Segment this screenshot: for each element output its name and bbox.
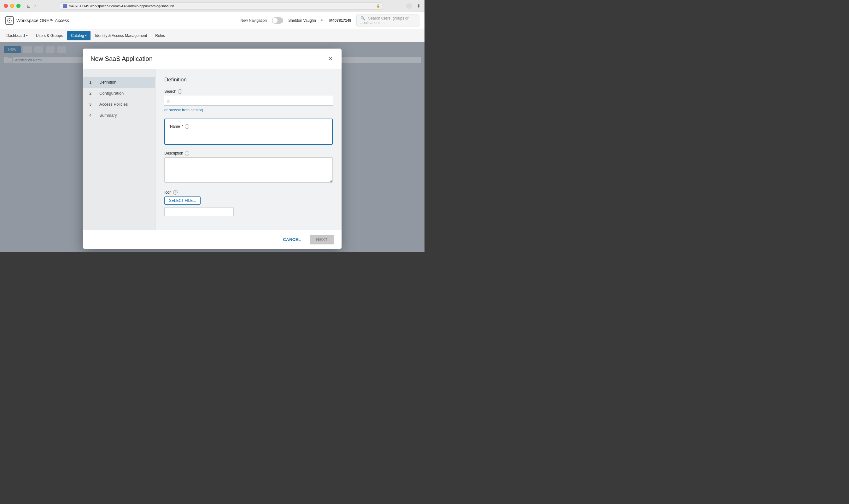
dashboard-caret-icon: ▾ (26, 34, 28, 37)
name-field-box: Name * i (164, 119, 333, 145)
modal-title: New SaaS Application (91, 55, 152, 62)
step-1-num: 1 (89, 80, 95, 85)
sidebar-toggle-icon[interactable]: ⊡ (27, 3, 31, 8)
search-label: Search i (164, 89, 333, 94)
modal-overlay: New SaaS Application ✕ 1 Definition 2 Co… (0, 42, 424, 252)
nav-arrows[interactable]: ‹ › (34, 3, 38, 8)
traffic-lights[interactable] (4, 4, 20, 8)
app-logo: Workspace ONE™ Access (5, 16, 69, 25)
name-info-icon: i (185, 124, 189, 129)
step-2-num: 2 (89, 91, 95, 95)
user-caret-icon[interactable]: ▾ (321, 18, 323, 22)
catalog-caret-icon: ▾ (85, 34, 87, 37)
wizard-sidebar: 1 Definition 2 Configuration 3 Access Po… (83, 69, 156, 230)
lock-icon: 🔒 (376, 4, 380, 7)
icon-label: Icon i (164, 190, 333, 195)
icon-preview-box (164, 207, 234, 216)
global-search-input[interactable]: 🔍 Search users, groups or applications .… (356, 15, 419, 26)
name-label: Name * i (170, 124, 327, 129)
mac-titlebar: ⊡ ‹ › m407817149.workspaceair.com/SAAS/a… (0, 0, 424, 12)
svg-point-1 (9, 20, 10, 21)
app-name: Workspace ONE™ Access (16, 18, 69, 23)
new-nav-label: New Navigation (240, 18, 267, 23)
close-icon[interactable]: ✕ (326, 55, 334, 62)
back-arrow-icon[interactable]: ‹ (34, 3, 36, 8)
search-wrapper: 🔍 (164, 95, 333, 106)
step-4-num: 4 (89, 113, 95, 118)
search-input[interactable] (164, 95, 333, 106)
step-3-num: 3 (89, 102, 95, 107)
search-icon: 🔍 (360, 16, 365, 20)
favicon-icon (63, 4, 67, 8)
url-bar[interactable]: m407817149.workspaceair.com/SAAS/admin/a… (60, 2, 383, 10)
nav-item-catalog[interactable]: Catalog ▾ (67, 31, 91, 40)
forward-arrow-icon: › (37, 3, 39, 8)
main-content: NEW Application Name New SaaS Applicatio… (0, 42, 424, 252)
more-options-icon[interactable]: ··· (406, 3, 412, 9)
app-header: Workspace ONE™ Access New Navigation She… (0, 12, 424, 29)
icon-info-icon: i (173, 190, 178, 195)
wizard-step-3[interactable]: 3 Access Policies (83, 99, 155, 110)
browse-catalog-link[interactable]: or browse from catalog (164, 108, 333, 112)
description-group: Description i (164, 151, 333, 184)
modal-header: New SaaS Application ✕ (83, 49, 342, 69)
fullscreen-button[interactable] (16, 4, 20, 8)
step-3-label: Access Policies (100, 102, 128, 107)
next-button[interactable]: NEXT (310, 235, 334, 245)
section-title: Definition (164, 77, 333, 83)
wizard-step-4[interactable]: 4 Summary (83, 110, 155, 121)
wizard-step-2[interactable]: 2 Configuration (83, 88, 155, 99)
step-4-label: Summary (100, 113, 117, 118)
nav-bar: Dashboard ▾ Users & Groups Catalog ▾ Ide… (0, 29, 424, 42)
description-textarea[interactable] (164, 157, 333, 183)
description-info-icon: i (185, 151, 189, 156)
download-icon[interactable]: ⬇ (417, 3, 421, 8)
nav-item-iam[interactable]: Identity & Access Management (91, 31, 151, 40)
step-2-label: Configuration (100, 91, 124, 95)
user-name: Sheldon Vaughn (288, 18, 316, 23)
wizard-step-1[interactable]: 1 Definition (83, 77, 155, 88)
icon-group: Icon i SELECT FILE... (164, 190, 333, 216)
url-text: m407817149.workspaceair.com/SAAS/admin/a… (69, 4, 375, 8)
search-info-icon: i (178, 89, 182, 94)
name-input[interactable] (170, 131, 327, 139)
header-right: New Navigation Sheldon Vaughn ▾ M4078171… (240, 15, 419, 26)
logo-icon (5, 16, 14, 25)
search-group: Search i 🔍 or browse from catalog (164, 89, 333, 112)
select-file-button[interactable]: SELECT FILE... (164, 197, 201, 205)
minimize-button[interactable] (10, 4, 14, 8)
nav-item-dashboard[interactable]: Dashboard ▾ (2, 31, 32, 40)
new-nav-toggle[interactable] (272, 17, 283, 24)
description-label: Description i (164, 151, 333, 156)
cancel-button[interactable]: CANCEL (278, 235, 306, 245)
nav-item-roles[interactable]: Roles (151, 31, 169, 40)
modal-form-content: Definition Search i 🔍 or browse from cat… (156, 69, 342, 230)
nav-item-users-groups[interactable]: Users & Groups (32, 31, 67, 40)
step-1-label: Definition (100, 80, 116, 85)
modal-footer: CANCEL NEXT (83, 230, 342, 249)
user-org: M407817149 (329, 18, 351, 23)
name-required: * (182, 124, 183, 129)
close-button[interactable] (4, 4, 8, 8)
new-saas-modal: New SaaS Application ✕ 1 Definition 2 Co… (83, 49, 342, 249)
modal-body: 1 Definition 2 Configuration 3 Access Po… (83, 69, 342, 230)
